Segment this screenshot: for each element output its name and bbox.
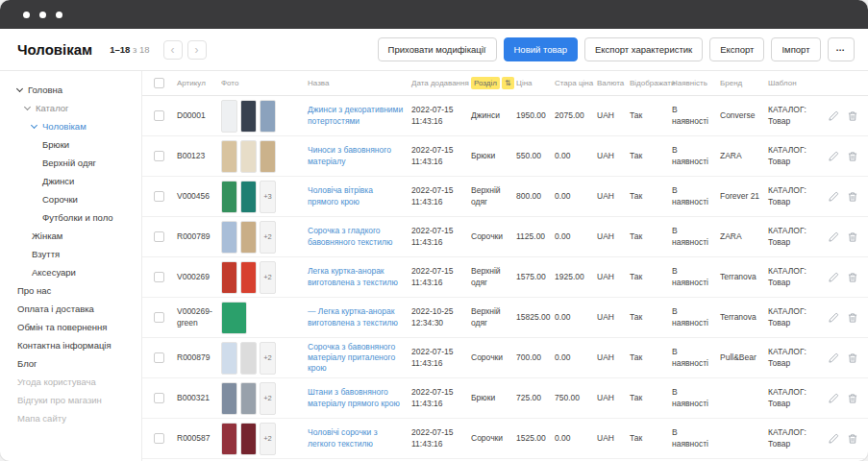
product-photo-thumbnail[interactable] [221, 221, 237, 254]
product-name-link[interactable]: Чоловічі сорочки з легкого текстилю [308, 427, 411, 449]
sidebar-item-obmin-ta-povernennia[interactable]: Обмін та повернення [0, 318, 141, 336]
column-header-old-price[interactable]: Стара ціна [555, 79, 597, 87]
product-name-link[interactable]: Сорочка з бавовняного матеріалу притален… [308, 342, 411, 374]
row-checkbox[interactable] [154, 433, 164, 444]
sidebar-item-vidhuky-pro-mahazyn[interactable]: Відгуки про магазин [0, 391, 141, 409]
sidebar-item-zhinkam[interactable]: Жінкам [0, 227, 141, 245]
more-photos-badge[interactable]: +2 [260, 382, 276, 415]
product-photo-thumbnail[interactable] [260, 140, 276, 173]
row-checkbox[interactable] [154, 231, 164, 242]
row-checkbox[interactable] [154, 393, 164, 403]
product-name-link[interactable]: — Легка куртка-анорак виготовлена з текс… [308, 306, 411, 328]
product-photo-thumbnail[interactable] [240, 342, 257, 375]
column-header-price[interactable]: Ціна [516, 79, 555, 87]
more-photos-badge[interactable]: +2 [260, 423, 276, 455]
column-header-section[interactable]: Розділ⇅ [471, 77, 516, 89]
export-button[interactable]: Експорт [709, 37, 764, 61]
more-photos-badge[interactable]: +2 [260, 261, 276, 294]
sidebar-item-cholovikam[interactable]: Чоловікам [0, 117, 141, 135]
product-photo-thumbnail[interactable] [240, 382, 257, 415]
product-photo-thumbnail[interactable] [221, 181, 237, 213]
edit-pencil-icon[interactable] [828, 191, 839, 203]
sidebar-item-oplata-i-dostavka[interactable]: Оплата і доставка [0, 300, 141, 318]
delete-trash-icon[interactable] [847, 352, 858, 364]
edit-pencil-icon[interactable] [828, 231, 839, 243]
delete-trash-icon[interactable] [847, 151, 858, 162]
new-product-button[interactable]: Новий товар [504, 37, 578, 61]
column-header-article[interactable]: Артикул [177, 79, 221, 87]
sidebar-item-futbolky-i-polo[interactable]: Футболки и поло [0, 208, 141, 227]
column-header-availability[interactable]: Наявність [672, 79, 720, 87]
sidebar-item-mapa-saitu[interactable]: Мапа сайту [0, 409, 141, 427]
more-button[interactable]: ⋯ [828, 37, 856, 61]
product-photo-thumbnail[interactable] [260, 100, 276, 133]
sidebar-item-kataloh[interactable]: Каталог [0, 99, 141, 117]
column-header-name[interactable]: Назва [308, 79, 411, 87]
product-photo-thumbnail[interactable] [221, 342, 237, 375]
product-photo-thumbnail[interactable] [221, 302, 247, 334]
sidebar-item-sorochky[interactable]: Сорочки [0, 190, 141, 208]
row-checkbox[interactable] [154, 151, 164, 161]
edit-pencil-icon[interactable] [828, 312, 839, 324]
delete-trash-icon[interactable] [847, 191, 858, 203]
row-checkbox[interactable] [154, 191, 164, 202]
edit-pencil-icon[interactable] [828, 110, 839, 122]
product-name-link[interactable]: Сорочка з гладкого бавовняного текстилю [308, 226, 411, 247]
product-photo-thumbnail[interactable] [221, 261, 237, 294]
column-header-display[interactable]: Відображати [630, 79, 672, 87]
export-characteristics-button[interactable]: Експорт характеристик [584, 37, 703, 61]
delete-trash-icon[interactable] [847, 393, 858, 404]
product-name-link[interactable]: Чиноси з бавовняного матеріалу [308, 145, 411, 166]
delete-trash-icon[interactable] [847, 110, 858, 122]
more-photos-badge[interactable]: +2 [260, 221, 276, 254]
row-checkbox[interactable] [154, 272, 164, 282]
row-checkbox[interactable] [154, 312, 164, 323]
product-name-link[interactable]: Джинси з декоративними потертостями [308, 105, 411, 126]
row-checkbox[interactable] [154, 110, 164, 121]
edit-pencil-icon[interactable] [828, 433, 839, 445]
column-header-currency[interactable]: Валюта [597, 79, 630, 87]
import-button[interactable]: Імпорт [771, 37, 820, 61]
next-page-button[interactable]: › [187, 40, 207, 60]
more-photos-badge[interactable]: +2 [260, 342, 276, 375]
sidebar-item-dzhynsy[interactable]: Джинси [0, 172, 141, 190]
sidebar-item-vzuttia[interactable]: Взуття [0, 245, 141, 263]
product-photo-thumbnail[interactable] [221, 423, 237, 455]
edit-pencil-icon[interactable] [828, 393, 839, 404]
delete-trash-icon[interactable] [847, 433, 858, 445]
product-photo-thumbnail[interactable] [221, 140, 237, 173]
edit-pencil-icon[interactable] [828, 272, 839, 283]
prev-page-button[interactable]: ‹ [163, 40, 183, 60]
sidebar-item-verkhnii-odiah[interactable]: Верхній одяг [0, 154, 141, 172]
product-photo-thumbnail[interactable] [221, 382, 237, 415]
column-header-date-added[interactable]: Дата додавання [411, 79, 471, 87]
sidebar-item-uhoda-korystuvacha[interactable]: Угода користувача [0, 373, 141, 391]
column-header-template[interactable]: Шаблон [768, 79, 822, 87]
sidebar-item-kontaktna-informatsiia[interactable]: Контактна інформація [0, 336, 141, 354]
row-checkbox[interactable] [154, 352, 164, 363]
delete-trash-icon[interactable] [847, 272, 858, 283]
sort-icon[interactable]: ⇅ [502, 77, 514, 89]
sidebar-item-holovna[interactable]: Головна [0, 81, 141, 99]
delete-trash-icon[interactable] [847, 312, 858, 324]
more-photos-badge[interactable]: +3 [260, 181, 276, 213]
product-photo-thumbnail[interactable] [240, 140, 257, 173]
product-photo-thumbnail[interactable] [240, 261, 257, 294]
product-name-link[interactable]: Штани з бавовняного матеріалу прямого кр… [308, 387, 411, 408]
column-header-brand[interactable]: Бренд [720, 79, 768, 87]
sidebar-item-aksesuary[interactable]: Аксесуари [0, 263, 141, 281]
sidebar-item-briuky[interactable]: Брюки [0, 135, 141, 154]
product-photo-thumbnail[interactable] [240, 221, 257, 254]
product-name-link[interactable]: Легка куртка-анорак виготовлена з тексти… [308, 266, 411, 287]
product-photo-thumbnail[interactable] [221, 100, 237, 133]
select-all-checkbox[interactable] [154, 78, 164, 88]
edit-pencil-icon[interactable] [828, 352, 839, 364]
sidebar-item-pro-nas[interactable]: Про нас [0, 281, 141, 300]
product-photo-thumbnail[interactable] [240, 181, 257, 213]
edit-pencil-icon[interactable] [828, 151, 839, 162]
hide-modifications-button[interactable]: Приховати модифікації [378, 37, 497, 61]
delete-trash-icon[interactable] [847, 231, 858, 243]
product-photo-thumbnail[interactable] [240, 423, 257, 455]
product-photo-thumbnail[interactable] [240, 100, 257, 133]
sidebar-item-bloh[interactable]: Блог [0, 354, 141, 373]
